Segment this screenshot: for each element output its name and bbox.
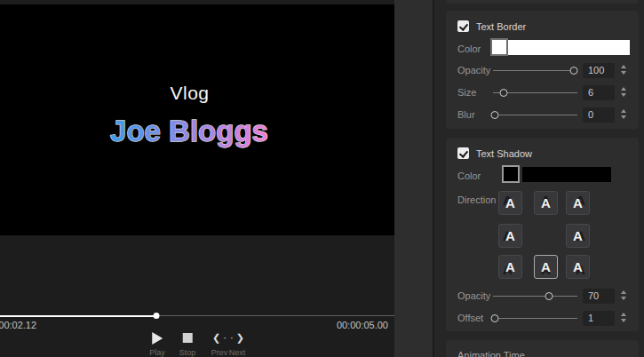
text-shadow-title: Text Shadow — [476, 148, 532, 159]
text-border-checkbox[interactable] — [457, 20, 469, 32]
direction-a-glyph: A — [505, 229, 515, 242]
stepper-down-icon[interactable] — [621, 297, 626, 300]
slider-track[interactable] — [493, 115, 577, 115]
shadow-direction-up-button[interactable]: A — [534, 191, 558, 215]
play-label: Play — [149, 348, 165, 357]
playback-progress-bar[interactable] — [0, 312, 395, 320]
stepper-up-icon[interactable] — [621, 87, 626, 91]
shadow-offset-slider[interactable] — [493, 311, 577, 325]
prev-frame-button[interactable]: ❮ · Prev — [211, 331, 228, 357]
slider-handle[interactable] — [500, 89, 508, 97]
slider-track[interactable] — [493, 318, 577, 319]
slider-track[interactable] — [493, 70, 577, 71]
stepper-up-icon[interactable] — [621, 65, 626, 68]
stepper-down-icon[interactable] — [621, 319, 626, 322]
border-opacity-stepper[interactable] — [621, 65, 626, 75]
shadow-color-label: Color — [457, 171, 481, 181]
direction-a-glyph: A — [505, 260, 515, 274]
border-size-input[interactable]: 6 — [583, 85, 615, 100]
video-editor-window: Vlog Joe Bloggs 00:00:02.12 00:00:05.00 … — [0, 0, 644, 357]
border-blur-label: Blur — [457, 109, 475, 120]
stepper-down-icon[interactable] — [621, 93, 626, 97]
next-icon: · ❯ — [230, 332, 244, 344]
total-time-label: 00:00:05.00 — [337, 320, 388, 330]
border-color-swatch[interactable] — [490, 38, 508, 56]
shadow-color-swatch[interactable] — [502, 165, 520, 183]
shadow-direction-down-button-selected[interactable]: A — [534, 255, 558, 279]
shadow-offset-input[interactable]: 1 — [583, 311, 615, 326]
pane-divider[interactable] — [394, 0, 434, 357]
stop-icon — [182, 333, 192, 343]
next-label: Next — [229, 348, 246, 357]
slider-handle[interactable] — [570, 67, 578, 75]
border-blur-input[interactable]: 0 — [583, 107, 615, 123]
prev-icon: ❮ · — [212, 332, 227, 344]
border-blur-slider[interactable] — [493, 107, 577, 122]
stop-button[interactable]: Stop — [179, 331, 196, 357]
shadow-direction-down-left-button[interactable]: A — [498, 255, 522, 279]
play-icon — [152, 332, 163, 345]
shadow-direction-right-button[interactable]: A — [566, 224, 590, 248]
text-settings-panel: Text Border Color Opacity 100 Size — [434, 0, 644, 357]
next-frame-button[interactable]: · ❯ Next — [229, 331, 246, 357]
shadow-direction-up-left-button[interactable]: A — [498, 191, 522, 215]
card-above-partial — [446, 0, 639, 4]
slider-handle[interactable] — [490, 111, 498, 119]
border-size-slider[interactable] — [493, 85, 577, 99]
border-color-bar[interactable] — [508, 40, 630, 55]
animation-time-card: Animation Time — [446, 340, 639, 357]
text-border-title: Text Border — [476, 21, 526, 32]
direction-a-glyph: A — [573, 260, 583, 274]
shadow-direction-label: Direction — [457, 194, 496, 205]
direction-a-glyph: A — [573, 229, 583, 242]
video-preview[interactable]: Vlog Joe Bloggs — [0, 4, 394, 235]
video-text-subtitle: Joe Bloggs — [0, 109, 394, 152]
shadow-offset-label: Offset — [457, 313, 483, 323]
border-opacity-input[interactable]: 100 — [583, 63, 615, 78]
border-color-label: Color — [457, 44, 481, 54]
current-time-label: 00:00:02.12 — [0, 320, 36, 330]
stepper-up-icon[interactable] — [621, 313, 626, 316]
stepper-up-icon[interactable] — [621, 109, 626, 113]
play-button[interactable]: Play — [149, 331, 165, 357]
shadow-direction-left-button[interactable]: A — [498, 224, 522, 248]
shadow-color-bar[interactable] — [522, 167, 611, 182]
shadow-opacity-stepper[interactable] — [621, 290, 626, 300]
border-size-stepper[interactable] — [621, 87, 626, 97]
shadow-opacity-label: Opacity — [457, 290, 490, 301]
shadow-opacity-slider[interactable] — [493, 289, 577, 303]
direction-a-glyph: A — [541, 260, 551, 274]
border-size-label: Size — [457, 87, 476, 98]
shadow-opacity-input[interactable]: 70 — [583, 289, 615, 304]
direction-a-glyph: A — [541, 196, 551, 210]
text-shadow-card: Text Shadow Color Direction A A A A A A … — [446, 138, 639, 331]
slider-handle[interactable] — [490, 314, 498, 322]
slider-track[interactable] — [493, 296, 577, 297]
shadow-offset-stepper[interactable] — [621, 313, 626, 322]
shadow-direction-down-right-button[interactable]: A — [566, 255, 590, 279]
border-opacity-slider[interactable] — [493, 63, 577, 77]
stop-label: Stop — [179, 348, 196, 357]
shadow-direction-up-right-button[interactable]: A — [566, 191, 590, 215]
stepper-up-icon[interactable] — [621, 290, 626, 294]
svg-text:Joe Bloggs: Joe Bloggs — [110, 115, 268, 147]
stepper-down-icon[interactable] — [621, 115, 626, 119]
playhead-handle[interactable] — [153, 313, 159, 319]
border-blur-stepper[interactable] — [621, 109, 626, 119]
prev-label: Prev — [211, 348, 228, 357]
direction-a-glyph: A — [505, 196, 515, 210]
text-shadow-checkbox[interactable] — [457, 147, 469, 159]
stepper-down-icon[interactable] — [621, 71, 626, 75]
border-opacity-label: Opacity — [457, 65, 490, 75]
video-text-title: Vlog — [0, 83, 379, 104]
direction-a-glyph: A — [573, 196, 583, 210]
text-border-card: Text Border Color Opacity 100 Size — [446, 11, 639, 129]
progress-fill — [0, 315, 156, 317]
animation-time-title: Animation Time — [457, 350, 525, 357]
slider-handle[interactable] — [545, 292, 553, 300]
